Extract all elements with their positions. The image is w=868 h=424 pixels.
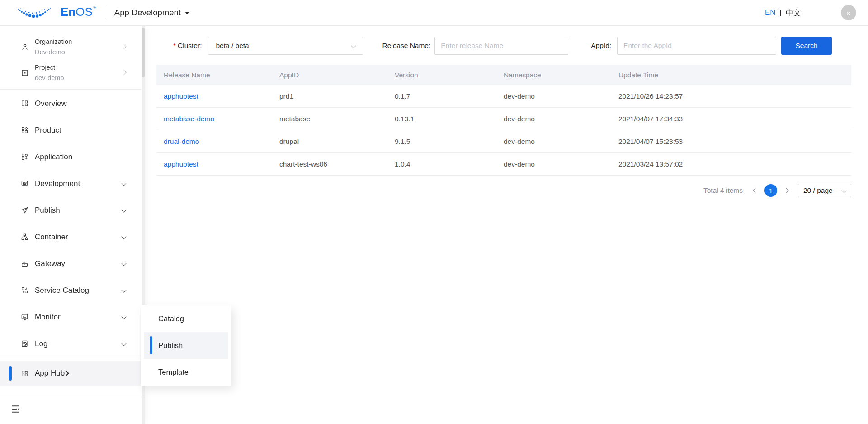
release-name-link[interactable]: apphubtest xyxy=(164,92,198,100)
application-icon xyxy=(21,153,28,161)
table-row: metabase-demo metabase 0.13.1 dev-demo 2… xyxy=(156,108,851,130)
publish-icon xyxy=(21,206,28,214)
log-icon xyxy=(21,340,28,348)
chevron-down-icon xyxy=(121,181,126,186)
project-value: dev-demo xyxy=(35,73,64,83)
top-header: EnOS ™ App Development EN | 中文 s xyxy=(0,0,868,26)
cluster-select-value: beta / beta xyxy=(216,42,249,50)
pagination: Total 4 items 1 20 / page xyxy=(156,184,851,197)
sidebar-scrollbar-thumb[interactable] xyxy=(142,28,145,77)
sidebar-item-overview[interactable]: Overview xyxy=(0,90,145,117)
language-en-button[interactable]: EN xyxy=(765,8,776,17)
appid-cell: metabase xyxy=(272,115,387,123)
sidebar-item-log[interactable]: Log xyxy=(0,330,145,357)
sidebar-divider xyxy=(0,89,145,90)
table-row: apphubtest chart-test-ws06 1.0.4 dev-dem… xyxy=(156,153,851,176)
appid-cell: chart-test-ws06 xyxy=(272,160,387,168)
release-name-link[interactable]: metabase-demo xyxy=(164,115,214,123)
update-time-cell: 2021/10/26 14:23:57 xyxy=(611,92,851,100)
chevron-down-icon xyxy=(121,234,126,239)
sidebar-item-development[interactable]: Development xyxy=(0,170,145,197)
version-cell: 0.13.1 xyxy=(387,115,496,123)
search-button[interactable]: Search xyxy=(781,37,832,55)
page-size-select[interactable]: 20 / page xyxy=(798,184,851,197)
chevron-down-icon xyxy=(121,207,126,212)
appid-input[interactable] xyxy=(617,37,776,55)
appid-cell: drupal xyxy=(272,138,387,146)
version-cell: 9.1.5 xyxy=(387,138,496,146)
chevron-down-icon xyxy=(121,341,126,346)
pagination-next-button[interactable] xyxy=(783,187,790,194)
version-cell: 0.1.7 xyxy=(387,92,496,100)
monitor-icon xyxy=(21,313,28,321)
sidebar-item-container[interactable]: Container xyxy=(0,224,145,250)
sidebar-item-service-catalog[interactable]: Service Catalog xyxy=(0,277,145,304)
namespace-cell: dev-demo xyxy=(496,160,611,168)
collapse-sidebar-icon[interactable] xyxy=(12,405,22,413)
pagination-total: Total 4 items xyxy=(703,186,743,195)
app-switcher-dropdown[interactable]: App Development xyxy=(114,8,189,18)
table-header-row: Release Name AppID Version Namespace Upd… xyxy=(156,65,851,85)
chevron-down-icon xyxy=(121,261,126,266)
update-time-cell: 2021/04/07 15:23:53 xyxy=(611,138,851,146)
chevron-right-icon xyxy=(64,371,69,376)
releases-table: Release Name AppID Version Namespace Upd… xyxy=(156,65,851,176)
submenu-item-template[interactable]: Template xyxy=(141,359,231,386)
overview-icon xyxy=(21,100,28,107)
table-row: apphubtest prd1 0.1.7 dev-demo 2021/10/2… xyxy=(156,85,851,108)
update-time-cell: 2021/03/24 13:57:02 xyxy=(611,160,851,168)
organization-icon xyxy=(21,43,29,51)
service-catalog-icon xyxy=(21,286,28,294)
sidebar-item-application[interactable]: Application xyxy=(0,143,145,170)
release-name-input[interactable] xyxy=(434,37,568,55)
chevron-down-icon xyxy=(351,43,356,48)
chevron-right-icon xyxy=(783,188,788,193)
project-icon xyxy=(21,69,29,77)
pagination-prev-button[interactable] xyxy=(752,187,759,194)
enos-logo-text: EnOS xyxy=(61,5,93,19)
sidebar: Organization Dev-demo Project dev-demo O… xyxy=(0,26,145,424)
sidebar-divider xyxy=(0,357,145,357)
header-divider xyxy=(105,7,105,19)
enos-logo: EnOS ™ xyxy=(16,5,97,20)
release-name-link[interactable]: apphubtest xyxy=(164,160,198,168)
chevron-down-icon xyxy=(841,188,846,193)
cluster-label: *Cluster: xyxy=(173,42,202,50)
container-icon xyxy=(21,233,28,241)
project-label: Project xyxy=(35,62,64,72)
chevron-right-icon xyxy=(121,70,126,75)
sidebar-item-publish[interactable]: Publish xyxy=(0,197,145,224)
sidebar-item-project[interactable]: Project dev-demo xyxy=(0,60,145,86)
release-name-label: Release Name: xyxy=(382,42,430,50)
submenu-item-publish[interactable]: Publish xyxy=(144,332,228,359)
app-hub-submenu: Catalog Publish Template xyxy=(141,305,231,386)
sidebar-item-app-hub[interactable]: App Hub xyxy=(0,361,141,386)
namespace-cell: dev-demo xyxy=(496,92,611,100)
gateway-icon xyxy=(21,260,28,267)
sidebar-item-product[interactable]: Product xyxy=(0,117,145,143)
enos-logo-dots-icon xyxy=(16,5,58,20)
release-name-link[interactable]: drual-demo xyxy=(164,138,199,145)
required-mark: * xyxy=(173,42,176,49)
sidebar-item-gateway[interactable]: Gateway xyxy=(0,250,145,277)
main-content: *Cluster: beta / beta Release Name: AppI… xyxy=(145,26,868,424)
filter-bar: *Cluster: beta / beta Release Name: AppI… xyxy=(173,37,868,55)
enos-logo-tm: ™ xyxy=(93,6,97,10)
chevron-left-icon xyxy=(753,188,758,193)
pagination-page-1[interactable]: 1 xyxy=(764,184,777,197)
language-zh-button[interactable]: 中文 xyxy=(786,8,801,18)
column-header: Namespace xyxy=(496,71,611,79)
submenu-item-catalog[interactable]: Catalog xyxy=(141,305,231,332)
column-header: Version xyxy=(387,71,496,79)
sidebar-item-organization[interactable]: Organization Dev-demo xyxy=(0,34,145,60)
organization-label: Organization xyxy=(35,37,72,47)
cluster-select[interactable]: beta / beta xyxy=(208,37,363,55)
sidebar-footer xyxy=(0,397,142,413)
language-separator: | xyxy=(780,8,782,17)
app-title: App Development xyxy=(114,8,181,18)
appid-label: AppId: xyxy=(591,42,611,50)
sidebar-item-monitor[interactable]: Monitor xyxy=(0,304,145,330)
user-avatar[interactable]: s xyxy=(841,5,856,20)
column-header: AppID xyxy=(272,71,387,79)
update-time-cell: 2021/04/07 17:34:33 xyxy=(611,115,851,123)
